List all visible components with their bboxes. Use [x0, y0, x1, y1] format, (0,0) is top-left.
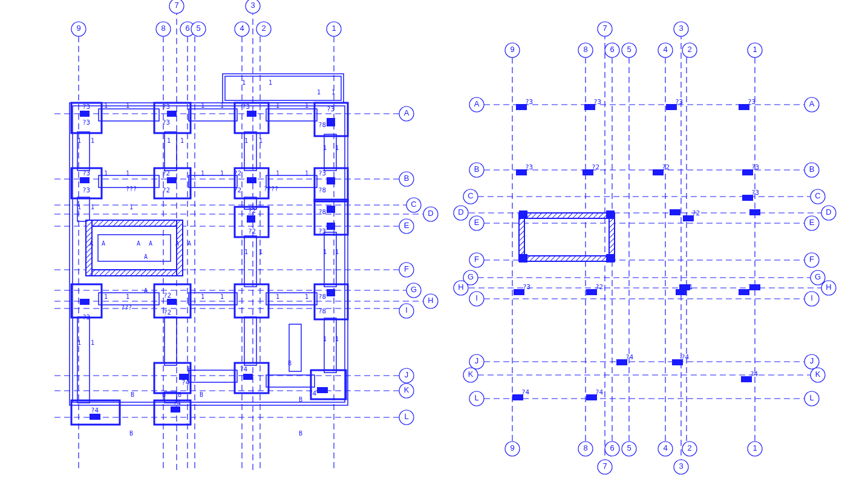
svg-text:1: 1	[180, 137, 184, 144]
column-H-1	[749, 284, 760, 290]
svg-text:1: 1	[335, 249, 339, 255]
svg-text:1: 1	[104, 102, 108, 109]
right-vertical-grids	[512, 33, 755, 460]
svg-rect-145	[327, 223, 335, 230]
svg-text:1: 1	[91, 204, 94, 210]
svg-rect-96	[266, 375, 315, 387]
svg-rect-113	[86, 220, 183, 226]
svg-text:G: G	[411, 285, 417, 294]
column-tag-A-9: ?3	[525, 98, 533, 106]
svg-text:A: A	[404, 108, 410, 117]
svg-rect-150	[167, 299, 177, 305]
column-tag-I-6: ?2	[595, 283, 603, 291]
column-tag-B-6: ?2	[592, 163, 599, 171]
svg-text:L: L	[809, 393, 814, 402]
column-tag-J-3: ?4	[681, 353, 690, 361]
svg-text:D: D	[826, 207, 831, 217]
svg-rect-104	[77, 317, 90, 403]
svg-text:?8: ?8	[318, 307, 326, 315]
svg-rect-93	[189, 293, 237, 305]
left-structural-plan: 9 8 7 6 5 4 3 2 1 A B C D E F G H I J K …	[54, 0, 438, 472]
svg-text:E: E	[404, 221, 410, 230]
svg-text:3: 3	[250, 1, 255, 10]
svg-text:B: B	[131, 391, 134, 398]
svg-text:1: 1	[276, 170, 279, 177]
svg-text:H: H	[458, 282, 463, 292]
svg-text:8: 8	[583, 443, 587, 452]
svg-text:E: E	[809, 218, 815, 227]
svg-text:C: C	[411, 200, 416, 209]
svg-text:B: B	[288, 360, 292, 367]
svg-text:?3: ?3	[82, 186, 90, 194]
svg-rect-164	[171, 406, 180, 413]
svg-text:1: 1	[276, 102, 279, 109]
svg-text:?3: ?3	[327, 105, 334, 113]
svg-text:1: 1	[244, 137, 248, 144]
svg-text:1: 1	[259, 249, 263, 255]
svg-text:9: 9	[76, 24, 80, 33]
svg-rect-133	[247, 177, 256, 183]
svg-text:5: 5	[196, 24, 200, 33]
svg-text:A: A	[90, 240, 93, 247]
column-tag-B-1: ?3	[751, 163, 759, 171]
column-tag-L-6: ?4	[595, 388, 604, 396]
svg-text:6: 6	[185, 24, 189, 33]
svg-text:B: B	[200, 391, 203, 398]
svg-text:7: 7	[602, 24, 607, 33]
svg-text:G: G	[815, 272, 821, 281]
svg-text:3: 3	[679, 24, 683, 33]
svg-text:F: F	[404, 264, 409, 273]
svg-rect-141	[247, 215, 255, 223]
svg-text:1: 1	[259, 137, 263, 144]
svg-rect-114	[86, 270, 183, 276]
svg-text:???: ???	[126, 186, 137, 192]
svg-text:A: A	[144, 287, 148, 294]
right-left-bubbles: A B C D E F G H I J K L	[454, 97, 484, 406]
svg-rect-105	[165, 317, 177, 365]
svg-rect-65	[70, 103, 348, 405]
svg-text:?2: ?2	[233, 169, 241, 177]
right-right-bubbles: A B C D E F G H I J K L	[804, 97, 836, 406]
svg-text:1: 1	[77, 137, 81, 144]
svg-text:1: 1	[305, 102, 308, 109]
svg-text:1: 1	[305, 293, 308, 300]
svg-text:1: 1	[323, 145, 327, 151]
svg-text:H: H	[826, 282, 831, 292]
svg-text:?3: ?3	[318, 169, 326, 177]
svg-text:D: D	[458, 207, 463, 217]
column-tag-A-3: ?3	[675, 98, 683, 106]
left-right-bubbles: A B C D E F G H I J K L	[399, 106, 438, 425]
column-tag-A-1: ?3	[748, 98, 755, 106]
svg-text:1: 1	[276, 293, 279, 300]
svg-text:?3: ?3	[82, 313, 90, 321]
svg-text:?4: ?4	[181, 379, 190, 386]
svg-text:B: B	[809, 165, 815, 174]
column-tag-A-6: ?3	[593, 98, 601, 106]
svg-rect-333	[519, 256, 615, 261]
svg-text:I: I	[811, 293, 813, 302]
svg-text:1: 1	[335, 336, 339, 342]
svg-rect-120	[167, 111, 177, 117]
svg-text:?4: ?4	[173, 399, 181, 407]
svg-rect-339	[606, 254, 615, 263]
svg-text:?3: ?3	[318, 227, 326, 235]
svg-text:L: L	[404, 412, 408, 421]
svg-text:2: 2	[687, 443, 691, 452]
svg-text:9: 9	[510, 443, 514, 452]
svg-text:B: B	[188, 366, 191, 373]
svg-text:7: 7	[174, 1, 178, 10]
svg-text:1: 1	[244, 249, 248, 255]
svg-text:1: 1	[331, 24, 336, 33]
svg-text:????: ????	[264, 186, 278, 192]
svg-text:1: 1	[335, 145, 339, 151]
svg-text:I: I	[475, 293, 478, 302]
svg-text:4: 4	[663, 443, 667, 452]
svg-rect-90	[189, 175, 237, 188]
svg-text:1: 1	[331, 89, 335, 96]
svg-text:2: 2	[261, 24, 266, 33]
column-tag-C-1: ?3	[751, 189, 759, 197]
svg-text:A: A	[102, 240, 105, 247]
svg-rect-94	[266, 293, 317, 305]
left-top-bubbles: 9 8 7 6 5 4 3 2 1	[71, 0, 341, 36]
svg-text:1: 1	[323, 249, 327, 255]
